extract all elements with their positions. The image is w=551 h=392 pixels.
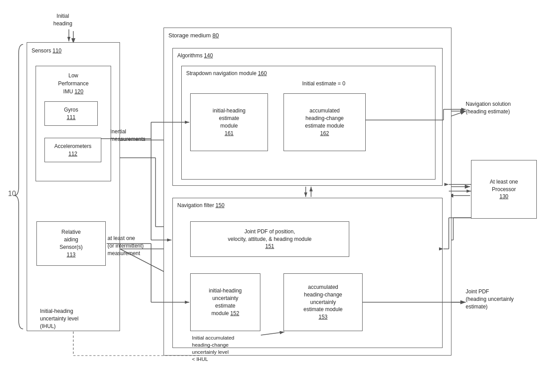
low-perf-imu-label: LowPerformanceIMU [58,72,89,95]
at-least-one-measurement-label: at least one(or intermittent)measurement [108,235,144,257]
initial-heading-estimate-id: 161 [224,130,233,136]
low-perf-imu-id: 120 [75,88,84,95]
sensors-id: 110 [52,48,61,54]
algorithms-label: Algorithms [177,52,204,59]
relative-aiding-label: RelativeaidingSensor(s) [60,229,83,250]
initial-accumulated-label: Initial accumulatedheading-changeuncerta… [192,334,234,363]
strapdown-label: Strapdown navigation module [186,70,258,76]
accumulated-uncertainty-box: accumulatedheading-changeuncertainlyesti… [283,273,363,331]
sensors-label: Sensors [32,48,52,54]
accumulated-heading-change-id: 162 [320,130,329,136]
accumulated-uncertainty-id: 153 [319,314,327,320]
initial-estimate-label: Initial estimate = 0 [302,80,345,88]
gyros-id: 111 [67,114,76,120]
initial-heading-label: Initial heading [53,12,72,28]
accumulated-heading-change-label: accumulatedheading-changeestimate module [305,108,344,129]
initial-heading-estimate-box: initial-headingestimatemodule161 [190,93,268,151]
strapdown-id: 160 [258,70,267,76]
accumulated-heading-change-box: accumulatedheading-changeestimate module… [283,93,366,151]
nav-solution-label: Navigation solution(heading estimate) [466,100,511,116]
accelerometers-id: 112 [68,151,77,157]
initial-heading-estimate-label: initial-headingestimatemodule [212,108,245,129]
nav-filter-id: 150 [216,202,224,208]
storage-medium-label: Storage medium [168,32,212,39]
accelerometers-box: Accelerometers112 [44,138,101,162]
joint-pdf-output-label: Joint PDF(heading uncertainlyestimate) [466,288,514,310]
accelerometers-label: Accelerometers [54,143,91,149]
processor-id: 130 [499,193,508,200]
nav-filter-label: Navigation filter [177,202,216,208]
relative-aiding-box: RelativeaidingSensor(s)113 [36,221,106,266]
processor-box: At least oneProcessor130 [471,160,537,219]
accumulated-uncertainty-label: accumulatedheading-changeuncertainlyesti… [303,284,343,312]
diagram-container: 10 Initial heading Sensors 110 LowPerfor… [0,0,551,392]
joint-pdf-label: Joint PDF of position,velocity, attitude… [228,228,312,242]
processor-label: At least oneProcessor [490,179,518,192]
ihul-label: Initial-headinguncertainty level(IHUL) [40,308,79,330]
algorithms-id: 140 [204,52,213,59]
joint-pdf-id: 151 [265,243,274,249]
system-id-label: 10 [8,189,16,199]
inertial-measurements-label: Inertialmeasurements [110,128,145,143]
joint-pdf-box: Joint PDF of position,velocity, attitude… [190,221,349,257]
storage-medium-id: 80 [212,32,219,39]
gyros-label: Gyros [64,107,78,113]
gyros-box: Gyros111 [44,101,98,126]
relative-aiding-id: 113 [67,252,76,258]
initial-heading-uncertainty-id: 152 [230,310,239,316]
initial-heading-uncertainty-box: initial-headinguncertaintyestimatemodule… [190,273,260,331]
